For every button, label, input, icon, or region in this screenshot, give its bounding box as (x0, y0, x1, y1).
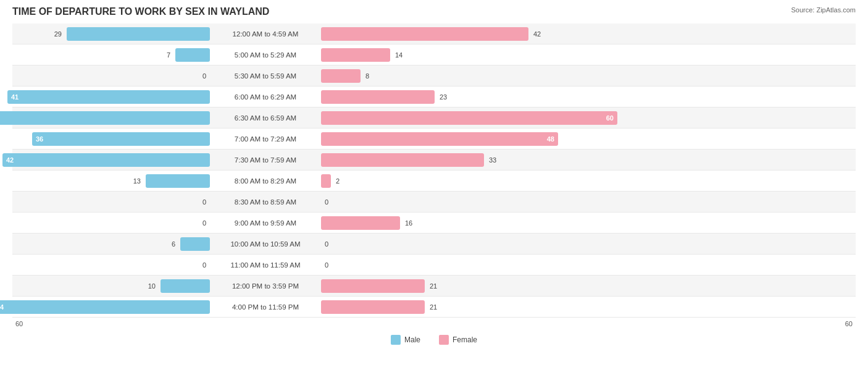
legend-female-box (439, 335, 449, 345)
chart-row: 75:00 AM to 5:29 AM14 (12, 44, 856, 65)
male-bar (175, 48, 210, 62)
female-value-zero: 0 (325, 240, 328, 248)
time-label: 5:00 AM to 5:29 AM (210, 51, 321, 59)
female-bar (321, 90, 435, 104)
male-bar (161, 279, 210, 293)
axis-left-value: 60 (12, 320, 210, 327)
male-value-outside: 13 (133, 177, 141, 185)
time-label: 6:30 AM to 6:59 AM (210, 114, 321, 122)
right-section: 42 (321, 23, 856, 44)
right-section: 33 (321, 150, 856, 170)
chart-area: 2912:00 AM to 4:59 AM4275:00 AM to 5:29 … (12, 23, 856, 318)
left-section: 13 (12, 171, 210, 191)
female-value-outside: 16 (405, 219, 412, 227)
male-value-inside: 41 (11, 93, 19, 101)
male-value-outside: 7 (167, 51, 170, 59)
time-label: 8:00 AM to 8:29 AM (210, 177, 321, 185)
left-section: 41 (12, 86, 210, 107)
male-value-zero: 0 (202, 261, 206, 269)
male-bar (67, 27, 210, 41)
right-section: 0 (321, 192, 856, 212)
right-section: 48 (321, 129, 856, 149)
chart-title: TIME OF DEPARTURE TO WORK BY SEX IN WAYL… (12, 6, 856, 17)
time-label: 4:00 PM to 11:59 PM (210, 303, 321, 311)
male-bar (180, 237, 210, 251)
time-label: 12:00 PM to 3:59 PM (210, 282, 321, 290)
legend-female-label: Female (453, 335, 477, 344)
male-value-outside: 6 (172, 240, 175, 248)
left-section: 0 (12, 255, 210, 275)
female-value-outside: 42 (533, 30, 541, 38)
male-bar (146, 174, 210, 188)
male-value-zero: 0 (202, 219, 206, 227)
female-bar (321, 300, 425, 314)
chart-row: 466:30 AM to 6:59 AM60 (12, 108, 856, 129)
legend-male-label: Male (404, 335, 420, 344)
chart-row: 444:00 PM to 11:59 PM21 (12, 297, 856, 318)
right-section: 23 (321, 86, 856, 107)
female-bar: 48 (321, 132, 558, 146)
legend: Male Female (12, 335, 856, 345)
left-section: 6 (12, 234, 210, 254)
male-bar: 41 (7, 90, 210, 104)
female-bar (321, 69, 361, 83)
female-value-zero: 0 (325, 261, 328, 269)
chart-row: 05:30 AM to 5:59 AM8 (12, 65, 856, 86)
chart-row: 427:30 AM to 7:59 AM33 (12, 150, 856, 171)
male-value-outside: 29 (54, 30, 62, 38)
right-section: 16 (321, 213, 856, 233)
female-value-outside: 21 (430, 303, 437, 311)
male-value-zero: 0 (202, 72, 206, 80)
female-value-outside: 33 (489, 156, 496, 164)
right-section: 21 (321, 276, 856, 296)
right-section: 2 (321, 171, 856, 191)
right-section: 0 (321, 255, 856, 275)
time-label: 12:00 AM to 4:59 AM (210, 30, 321, 38)
right-section: 0 (321, 234, 856, 254)
chart-row: 416:00 AM to 6:29 AM23 (12, 86, 856, 108)
female-bar (321, 153, 484, 167)
female-value-outside: 8 (365, 72, 369, 80)
female-value-outside: 14 (395, 51, 403, 59)
chart-row: 1012:00 PM to 3:59 PM21 (12, 276, 856, 297)
chart-container: TIME OF DEPARTURE TO WORK BY SEX IN WAYL… (12, 6, 856, 345)
female-bar (321, 27, 528, 41)
female-bar (321, 174, 331, 188)
legend-male: Male (391, 335, 420, 345)
time-label: 8:30 AM to 8:59 AM (210, 198, 321, 206)
male-value-inside: 42 (6, 156, 14, 164)
left-section: 36 (12, 129, 210, 149)
male-value-outside: 10 (148, 282, 156, 290)
right-section: 8 (321, 65, 856, 86)
right-section: 60 (321, 108, 856, 128)
male-value-inside: 44 (0, 303, 4, 311)
female-bar (321, 216, 400, 230)
time-label: 11:00 AM to 11:59 AM (210, 261, 321, 269)
female-value-outside: 21 (430, 282, 437, 290)
time-label: 10:00 AM to 10:59 AM (210, 240, 321, 248)
female-value-inside: 48 (547, 135, 554, 143)
left-section: 10 (12, 276, 210, 296)
female-value-outside: 23 (440, 93, 447, 101)
legend-male-box (391, 335, 401, 345)
male-bar: 36 (32, 132, 210, 146)
male-bar: 42 (2, 153, 210, 167)
bottom-axis: 60 60 (12, 320, 856, 327)
chart-row: 09:00 AM to 9:59 AM16 (12, 213, 856, 234)
male-bar: 46 (0, 111, 210, 125)
male-bar: 44 (0, 300, 210, 314)
time-label: 5:30 AM to 5:59 AM (210, 72, 321, 80)
female-bar (321, 48, 390, 62)
chart-row: 2912:00 AM to 4:59 AM42 (12, 23, 856, 44)
time-label: 7:30 AM to 7:59 AM (210, 156, 321, 164)
right-section: 21 (321, 297, 856, 317)
chart-row: 011:00 AM to 11:59 AM0 (12, 255, 856, 276)
left-section: 0 (12, 213, 210, 233)
left-section: 42 (12, 150, 210, 170)
left-section: 29 (12, 23, 210, 44)
left-section: 7 (12, 44, 210, 65)
axis-right-value: 60 (210, 320, 856, 327)
time-label: 7:00 AM to 7:29 AM (210, 135, 321, 143)
source-text: Source: ZipAtlas.com (791, 6, 856, 14)
male-value-zero: 0 (202, 198, 206, 206)
